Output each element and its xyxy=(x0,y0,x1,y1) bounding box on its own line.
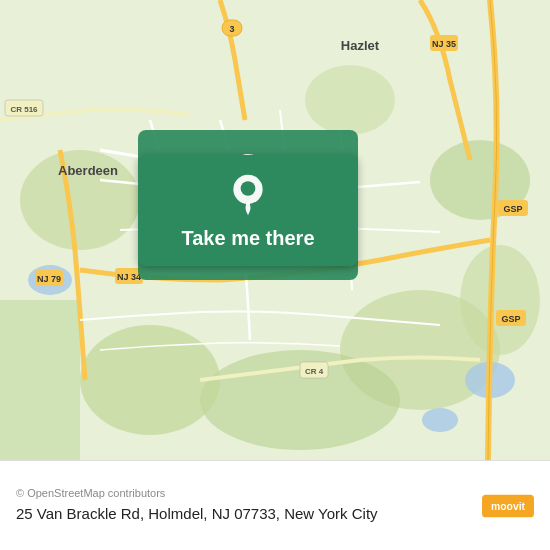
svg-text:NJ 35: NJ 35 xyxy=(432,39,456,49)
svg-text:CR 516: CR 516 xyxy=(10,105,38,114)
address-text: 25 Van Brackle Rd, Holmdel, NJ 07733, Ne… xyxy=(16,503,470,524)
take-me-there-label: Take me there xyxy=(181,227,314,250)
svg-text:NJ 34: NJ 34 xyxy=(117,272,141,282)
location-pin-icon xyxy=(226,173,270,217)
moovit-logo: moovit xyxy=(482,487,534,525)
map-container: GSP GSP NJ 35 NJ 34 NJ 79 CR 516 3 CR 4 xyxy=(0,0,550,460)
svg-point-10 xyxy=(422,408,458,432)
svg-point-4 xyxy=(80,325,220,435)
osm-credit-text: © OpenStreetMap contributors xyxy=(16,487,165,499)
svg-text:moovit: moovit xyxy=(491,500,526,511)
svg-text:Hazlet: Hazlet xyxy=(341,38,380,53)
moovit-icon-svg: moovit xyxy=(482,487,534,525)
svg-text:GSP: GSP xyxy=(503,204,522,214)
bottom-bar: © OpenStreetMap contributors 25 Van Brac… xyxy=(0,460,550,550)
svg-text:CR 4: CR 4 xyxy=(305,367,324,376)
svg-text:Aberdeen: Aberdeen xyxy=(58,163,118,178)
address-block: © OpenStreetMap contributors 25 Van Brac… xyxy=(16,487,470,524)
osm-credit: © OpenStreetMap contributors xyxy=(16,487,470,499)
svg-point-8 xyxy=(305,65,395,135)
svg-rect-7 xyxy=(0,300,80,460)
svg-point-34 xyxy=(241,181,256,196)
svg-text:NJ 79: NJ 79 xyxy=(37,274,61,284)
svg-point-6 xyxy=(460,245,540,355)
take-me-there-button[interactable]: Take me there xyxy=(138,155,358,266)
svg-text:GSP: GSP xyxy=(501,314,520,324)
svg-text:3: 3 xyxy=(229,24,234,34)
